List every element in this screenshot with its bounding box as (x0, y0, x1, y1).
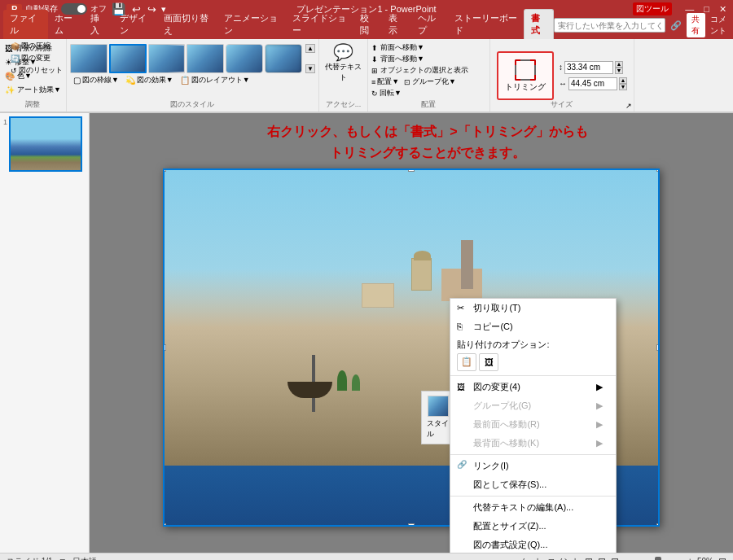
comments-bar-btn[interactable]: コメント (547, 556, 580, 561)
height-input[interactable] (564, 61, 613, 74)
style-thumb-3[interactable] (148, 44, 186, 73)
ctx-bring-fwd: 最前面へ移動(R) ▶ (450, 415, 616, 434)
ctx-group: グループ化(G) ▶ (450, 396, 616, 415)
tab-animations[interactable]: アニメーション (217, 10, 286, 39)
tree1 (337, 370, 347, 391)
size-expand[interactable]: ↗ (625, 102, 632, 110)
ctx-paste-options: 貼り付けのオプション: 📋 🖼 (450, 336, 616, 374)
tab-insert[interactable]: 挿入 (84, 10, 112, 39)
ctx-link-label: リンク(I) (473, 461, 508, 470)
rotate-label: 回転▼ (380, 88, 402, 98)
height-up[interactable]: ▲ (615, 61, 623, 68)
tab-design[interactable]: デザイン (113, 10, 158, 39)
width-down[interactable]: ▼ (619, 84, 627, 90)
group-icon: ⊡ (404, 78, 410, 86)
tab-home[interactable]: ホーム (48, 10, 85, 39)
picture-border-btn[interactable]: ▢ 図の枠線▼ (73, 75, 119, 85)
tab-transitions[interactable]: 画面切り替え (157, 10, 217, 39)
zoom-out-btn[interactable]: − (624, 557, 629, 560)
style-thumb-2[interactable] (109, 44, 147, 73)
ctx-group-label: グループ化(G) (473, 400, 531, 412)
ribbon-group-adjust: 🖼 背景の削除 ☀ 修整▼ 🎨 色▼ ✨ アート効果▼ 📦図の圧縮 🔄図の変更 (0, 39, 67, 112)
zoom-thumb[interactable] (655, 557, 661, 561)
slide-canvas-area: 右クリック、もしくは「書式」>「トリミング」からも トリミングすることができます… (90, 113, 733, 553)
width-input[interactable] (568, 77, 617, 90)
ctx-pic-format[interactable]: 図の書式設定(Q)... (450, 536, 616, 553)
reset-label: 図のリセット (19, 65, 63, 76)
group-label: グループ化▼ (412, 77, 456, 87)
compress-icon: 📦 (11, 42, 20, 50)
ribbon-tabs: ファイル ホーム 挿入 デザイン 画面切り替え アニメーション スライドショー … (0, 18, 733, 39)
slide-info: スライド 1/1 (7, 556, 53, 561)
ctx-edit-alt[interactable]: 代替テキストの編集(A)... (450, 498, 616, 517)
view-reading-btn[interactable]: ⊟ (611, 556, 619, 561)
reset-btn[interactable]: ↺図のリセット (11, 65, 63, 76)
bring-forward-btn[interactable]: ⬆ 前面へ移動▼ (371, 42, 486, 53)
handle-mr[interactable] (656, 344, 660, 351)
send-back-btn[interactable]: ⬇ 背面へ移動▼ (371, 54, 486, 64)
notes-btn[interactable]: ノート (518, 556, 542, 561)
share-btn[interactable]: 共有 (687, 13, 705, 37)
height-down[interactable]: ▼ (615, 68, 623, 74)
fit-btn[interactable]: ⊡ (718, 556, 726, 561)
tab-file[interactable]: ファイル (3, 10, 48, 39)
ctx-bring-fwd-label: 最前面へ移動(R) (473, 418, 539, 431)
align-btn[interactable]: ≡ 配置▼ (371, 77, 399, 87)
style-scroll-up[interactable]: ▲ (305, 44, 315, 53)
ctx-cut[interactable]: ✂ 切り取り(T) (450, 299, 616, 317)
handle-bc[interactable] (408, 523, 415, 527)
selection-pane-btn[interactable]: ⊞ オブジェクトの選択と表示 (371, 65, 486, 76)
send-back-icon: ⬇ (371, 55, 378, 63)
change-img-btn[interactable]: 🔄図の変更 (11, 53, 63, 63)
trim-btn[interactable]: トリミング (497, 51, 554, 100)
alt-text-btn[interactable]: 💬 代替テキスト (324, 42, 362, 94)
toolbar-right: 🔗 共有 コメント (554, 13, 733, 39)
ctx-change-img[interactable]: 🖼 図の変更(4) ▶ (450, 378, 616, 396)
compress-btn[interactable]: 📦図の圧縮 (11, 41, 63, 51)
picture-border-label: 図の枠線▼ (82, 75, 119, 85)
ctx-pos-size[interactable]: 配置とサイズ(Z)... (450, 517, 616, 536)
slide-panel: 1 (0, 113, 90, 553)
ctx-save-as[interactable]: 図として保存(S)... (450, 475, 616, 494)
view-slide-btn[interactable]: ⊡ (598, 556, 606, 561)
picture-effects-btn[interactable]: 💫 図の効果▼ (125, 75, 173, 85)
zoom-in-btn[interactable]: + (687, 557, 692, 560)
instruction-text: 右クリック、もしくは「書式」>「トリミング」からも トリミングすることができます… (138, 121, 717, 163)
ctx-link[interactable]: 🔗 リンク(I) (450, 457, 616, 475)
ctx-paste-icons-row: 📋 🖼 (457, 353, 609, 371)
search-input[interactable] (554, 18, 665, 33)
ctx-sep-1 (450, 375, 616, 376)
style-thumb-1[interactable] (70, 44, 108, 73)
align-icon: ≡ (371, 78, 375, 86)
slide-thumb-item[interactable] (9, 116, 82, 172)
adjust-group-label: 調整 (0, 99, 66, 110)
handle-tl[interactable] (163, 168, 166, 172)
handle-br[interactable] (656, 523, 660, 527)
style-thumb-5[interactable] (226, 44, 263, 73)
handle-bl[interactable] (163, 523, 166, 527)
ctx-bring-fwd-arrow: ▶ (596, 419, 603, 430)
tab-storyboard[interactable]: ストーリーボード (448, 10, 524, 39)
handle-tc[interactable] (408, 168, 415, 172)
handle-tr[interactable] (656, 168, 660, 172)
view-normal-btn[interactable]: ⊞ (585, 556, 593, 561)
comment-btn[interactable]: コメント (710, 14, 728, 37)
width-row: ↔ ▲ ▼ (559, 77, 627, 90)
style-scroll-down[interactable]: ▼ (305, 64, 315, 73)
instruction-line2: トリミングすることができます。 (138, 142, 717, 164)
adjust-right: 📦図の圧縮 🔄図の変更 ↺図のリセット (11, 41, 63, 87)
ctx-save-as-label: 図として保存(S)... (473, 479, 546, 489)
style-thumb-6[interactable] (265, 44, 302, 73)
width-up[interactable]: ▲ (619, 77, 627, 84)
share-icon[interactable]: 🔗 (670, 20, 682, 31)
size-inputs: ↕ ▲ ▼ ↔ ▲ ▼ (559, 61, 627, 90)
ctx-paste-icon-2[interactable]: 🖼 (479, 353, 498, 371)
ctx-paste-icon-1[interactable]: 📋 (457, 353, 476, 371)
handle-ml[interactable] (163, 344, 166, 351)
picture-layout-btn[interactable]: 📋 図のレイアウト▼ (180, 75, 250, 85)
rotate-btn[interactable]: ↻ 回転▼ (371, 88, 486, 98)
style-thumb-4[interactable] (187, 44, 224, 73)
ctx-copy[interactable]: ⎘ コピー(C) (450, 317, 616, 336)
group-btn[interactable]: ⊡ グループ化▼ (404, 77, 456, 87)
tab-format[interactable]: 書式 (524, 9, 554, 39)
